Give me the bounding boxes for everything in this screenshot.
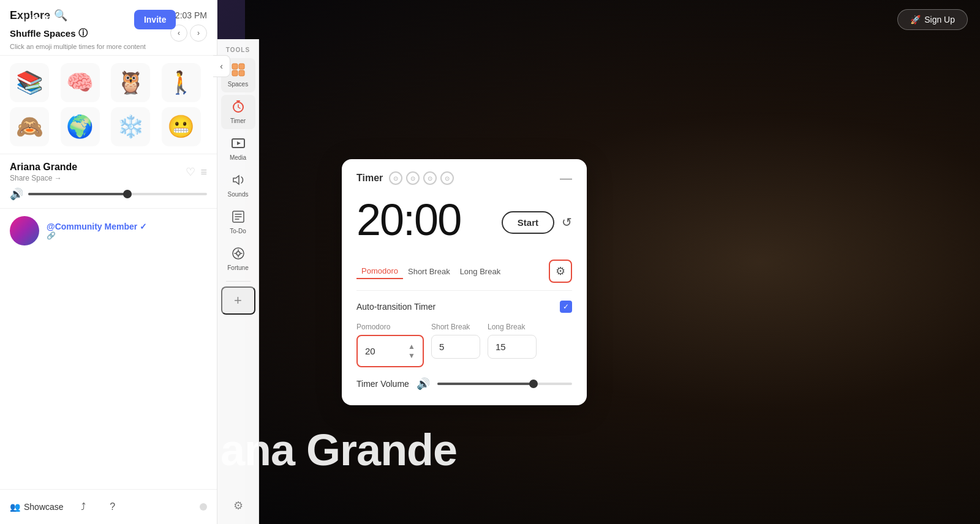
pomodoro-duration-label: Pomodoro <box>356 323 424 331</box>
timer-volume-icon: 🔊 <box>417 377 430 391</box>
timer-modal: Timer ⊙ ⊙ ⊙ ⊙ — 20:00 Start ↺ Pomodoro S… <box>342 159 587 405</box>
timer-mode-row: Pomodoro Short Break Long Break ⚙ <box>356 260 572 283</box>
tool-settings-button[interactable]: ⚙ <box>227 495 249 517</box>
username: @Community Member ✓ <box>47 222 207 231</box>
sounds-label: Sounds <box>228 191 249 198</box>
media-icon <box>232 137 245 153</box>
invite-button[interactable]: Invite <box>134 10 176 29</box>
timer-label: Timer <box>230 118 246 124</box>
timer-divider <box>356 290 572 291</box>
sign-up-button[interactable]: 🚀 Sign Up <box>897 9 968 30</box>
logo-button[interactable]: LifeAt <box>12 9 63 31</box>
svg-rect-3 <box>239 70 244 76</box>
long-break-duration-col: Long Break <box>488 323 537 359</box>
music-section: Ariana Grande Share Space → ♡ ≡ 🔊 <box>0 154 217 208</box>
sidebar-hint: Click an emoji multiple times for more c… <box>10 43 207 50</box>
media-label: Media <box>230 154 246 161</box>
timer-icon <box>232 100 245 116</box>
volume-slider[interactable] <box>28 193 207 195</box>
rocket-icon: 🚀 <box>910 15 921 24</box>
verified-icon: ✓ <box>140 222 147 231</box>
duration-row: Pomodoro 20 ▲ ▼ Short Break Long Break <box>356 323 572 367</box>
spaces-label: Spaces <box>228 81 248 88</box>
timer-mode-short-break[interactable]: Short Break <box>403 264 455 279</box>
emoji-item[interactable]: 🙈 <box>10 107 49 146</box>
tool-sounds[interactable]: Sounds <box>221 168 255 203</box>
status-dot[interactable] <box>200 503 207 511</box>
auto-transition-row: Auto-transition Timer ✓ <box>356 301 572 313</box>
long-break-input[interactable] <box>488 335 537 359</box>
tool-fortune[interactable]: Fortune <box>221 242 255 276</box>
short-break-duration-col: Short Break <box>431 323 480 359</box>
tool-add-button[interactable]: + <box>221 286 255 315</box>
emoji-item[interactable]: ❄️ <box>111 107 150 146</box>
sounds-icon <box>232 173 245 190</box>
fortune-label: Fortune <box>227 264 248 271</box>
music-sub: Share Space → <box>10 174 77 182</box>
tools-label: TOOLS <box>226 47 250 53</box>
timer-settings-section: Auto-transition Timer ✓ Pomodoro 20 ▲ ▼ … <box>356 298 572 391</box>
timer-mode-pomodoro[interactable]: Pomodoro <box>356 264 403 279</box>
timer-time-row: 20:00 Start ↺ <box>356 195 572 250</box>
timer-volume-slider[interactable] <box>437 383 572 385</box>
short-break-input[interactable] <box>431 335 480 359</box>
timer-start-button[interactable]: Start <box>502 211 554 234</box>
volume-icon: 🔊 <box>10 187 23 201</box>
pomodoro-decrement[interactable]: ▼ <box>408 351 415 360</box>
volume-thumb[interactable] <box>123 190 132 198</box>
volume-section: Timer Volume 🔊 <box>356 377 572 391</box>
tool-divider <box>226 281 251 282</box>
timer-dot-3: ⊙ <box>423 171 437 185</box>
short-break-duration-label: Short Break <box>431 323 480 331</box>
timer-time-value: 20:00 <box>356 195 461 245</box>
queue-button[interactable]: ≡ <box>200 165 207 179</box>
emoji-item[interactable]: 🚶 <box>162 63 201 102</box>
todo-icon <box>232 210 245 226</box>
showcase-icon: 👥 <box>10 502 20 512</box>
showcase-button[interactable]: 👥 Showcase <box>10 502 64 512</box>
logo-area: LifeAt My Room Invite <box>12 9 176 31</box>
timer-reset-button[interactable]: ↺ <box>562 215 572 230</box>
volume-fill <box>28 193 127 195</box>
tool-todo[interactable]: To-Do <box>221 205 255 239</box>
collapse-sidebar-button[interactable]: ‹ <box>213 55 230 77</box>
timer-volume-fill <box>437 383 532 385</box>
timer-dots: ⊙ ⊙ ⊙ ⊙ <box>389 171 454 185</box>
tool-timer[interactable]: Timer <box>221 95 255 129</box>
like-button[interactable]: ♡ <box>186 165 195 179</box>
sidebar: Explore 🔍 12:03 PM Shuffle Spaces ⓘ ‹ › … <box>0 0 217 524</box>
share-button[interactable]: ⤴ <box>74 497 93 517</box>
long-break-duration-label: Long Break <box>488 323 537 331</box>
music-actions: ♡ ≡ <box>186 165 207 179</box>
timer-minimize-button[interactable]: — <box>560 172 572 184</box>
svg-rect-1 <box>239 64 244 69</box>
auto-transition-label: Auto-transition Timer <box>356 302 435 312</box>
timer-dot-1: ⊙ <box>389 171 402 185</box>
timer-title: Timer <box>356 173 383 184</box>
link-icon[interactable]: 🔗 <box>47 231 207 240</box>
svg-point-8 <box>236 252 240 255</box>
help-button[interactable]: ? <box>103 497 123 517</box>
pomodoro-duration-input[interactable]: 20 ▲ ▼ <box>356 335 424 367</box>
auto-transition-checkbox[interactable]: ✓ <box>560 301 572 313</box>
timer-settings-button[interactable]: ⚙ <box>549 260 572 283</box>
svg-rect-2 <box>232 70 238 76</box>
svg-rect-0 <box>232 64 238 69</box>
emoji-item[interactable]: 😬 <box>162 107 201 146</box>
emoji-item[interactable]: 🧠 <box>61 63 100 102</box>
tool-media[interactable]: Media <box>221 132 255 166</box>
music-title: Ariana Grande <box>10 162 77 173</box>
timer-volume-thumb[interactable] <box>529 380 538 388</box>
emoji-item[interactable]: 🌍 <box>61 107 100 146</box>
spaces-icon <box>232 63 245 80</box>
emoji-item[interactable]: 📚 <box>10 63 49 102</box>
tools-panel: TOOLS Spaces Timer M <box>217 39 259 524</box>
pomodoro-value: 20 <box>365 346 375 356</box>
emoji-grid: 📚 🧠 🦉 🚶 🙈 🌍 ❄️ 😬 <box>0 56 217 154</box>
timer-time-display: 20:00 <box>356 195 461 245</box>
pomodoro-increment[interactable]: ▲ <box>408 342 415 351</box>
my-room-button[interactable]: My Room <box>73 10 129 29</box>
emoji-item[interactable]: 🦉 <box>111 63 150 102</box>
timer-title-row: Timer ⊙ ⊙ ⊙ ⊙ <box>356 171 454 185</box>
timer-mode-long-break[interactable]: Long Break <box>455 264 506 279</box>
